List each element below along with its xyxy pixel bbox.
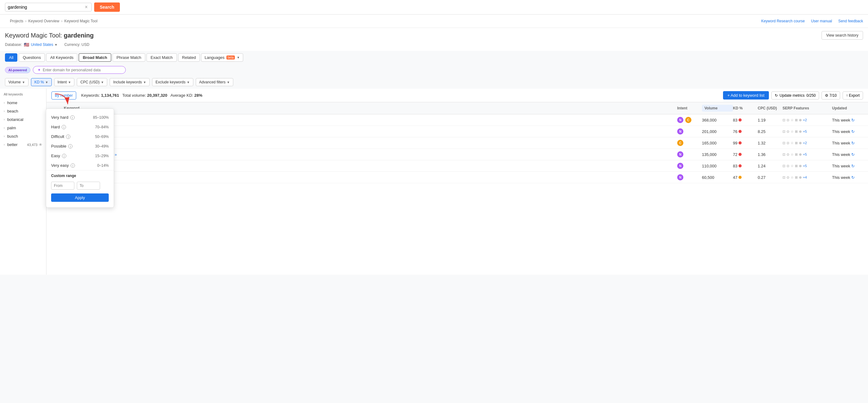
export-button[interactable]: ↑ Export	[843, 91, 863, 99]
top-bar: × Search	[0, 0, 868, 15]
settings-button[interactable]: ⚙ 7/10	[822, 91, 840, 99]
dropdown-item-possible[interactable]: Possible i 30–49%	[46, 141, 114, 151]
tabs-row: All Questions All Keywords Broad Match P…	[0, 51, 868, 64]
refresh-icon[interactable]: ↻	[851, 141, 855, 145]
sidebar-item-beach[interactable]: › beach	[0, 107, 46, 115]
keyword-link[interactable]: busch gardens williamsburg »	[64, 152, 677, 157]
dropdown-item-very-easy[interactable]: Very easy i 0–14%	[46, 161, 114, 170]
dropdown-item-very-hard[interactable]: Very hard i 85–100%	[46, 113, 114, 122]
kd-cell: 47	[733, 175, 758, 180]
main-area: All keywords › home › beach › botanical	[0, 89, 868, 275]
dropdown-item-difficult[interactable]: Difficult i 50–69%	[46, 132, 114, 141]
volume-cell: 368,000	[702, 118, 733, 122]
keyword-research-course-link[interactable]: Keyword Research course	[761, 19, 805, 23]
languages-tab[interactable]: Languages beta ▼	[201, 53, 243, 62]
cpc-cell: 1.19	[758, 118, 782, 122]
tab-all-keywords[interactable]: All Keywords	[46, 53, 78, 62]
filters-row: Volume ▼ KD % ▼ Intent ▼ CPC (USD) ▼ Inc…	[0, 76, 868, 89]
custom-range-header: Custom range	[46, 170, 114, 180]
database-selector[interactable]: United States ▼	[31, 42, 58, 47]
updated-cell: This week ↻	[832, 118, 863, 122]
table-row: ⊕ callaway gardens » N 60,500 47 0.27 ⊡⊙…	[46, 172, 868, 183]
intent-cell: C	[677, 140, 702, 146]
include-keywords-filter[interactable]: Include keywords ▼	[110, 78, 150, 86]
send-feedback-link[interactable]: Send feedback	[838, 19, 863, 23]
user-manual-link[interactable]: User manual	[811, 19, 832, 23]
sparkle-icon: ✦	[37, 67, 41, 72]
range-from-input[interactable]	[51, 182, 74, 190]
table-row: longwood gardens » N 201,000 76 8.25 ⊡⊙☆…	[46, 126, 868, 137]
table-header: Keyword Intent Volume KD % CPC (USD) SER…	[46, 102, 868, 114]
tab-questions[interactable]: Questions	[19, 53, 45, 62]
sidebar-expand-home: ›	[4, 101, 5, 105]
breadcrumb-keyword-overview[interactable]: Keyword Overview	[28, 19, 59, 23]
tab-all[interactable]: All	[5, 53, 17, 62]
tab-exact-match[interactable]: Exact Match	[147, 53, 177, 62]
kd-cell: 83	[733, 118, 758, 122]
table-row: busch gardens williamsburg » N 135,000 7…	[46, 149, 868, 160]
volume-cell: 201,000	[702, 129, 733, 134]
serp-cell: ⊡⊙☆⊞⊕ +5	[782, 129, 832, 134]
cpc-cell: 1.24	[758, 164, 782, 168]
tab-phrase-match[interactable]: Phrase Match	[113, 53, 145, 62]
refresh-icon[interactable]: ↻	[851, 118, 855, 122]
advanced-filters[interactable]: Advanced filters ▼	[196, 78, 233, 86]
eye-icon: 👁	[39, 143, 42, 147]
col-serp: SERP Features	[782, 106, 832, 110]
keyword-link[interactable]: busch gardens »	[64, 118, 677, 122]
volume-filter[interactable]: Volume ▼	[5, 78, 29, 86]
updated-cell: This week ↻	[832, 175, 863, 180]
by-number-button[interactable]: By number	[52, 91, 76, 99]
keyword-link[interactable]: callaway gardens »	[64, 175, 677, 180]
sidebar-item-botanical[interactable]: › botanical	[0, 115, 46, 124]
intent-cell: N	[677, 163, 702, 169]
tab-related[interactable]: Related	[178, 53, 200, 62]
dropdown-item-hard[interactable]: Hard i 70–84%	[46, 122, 114, 132]
keyword-link[interactable]: botanical gardens »	[64, 141, 677, 145]
cpc-cell: 1.32	[758, 141, 782, 145]
view-history-button[interactable]: View search history	[822, 31, 863, 40]
refresh-icon[interactable]: ↻	[851, 129, 855, 134]
range-to-input[interactable]	[77, 182, 100, 190]
ai-powered-badge: AI-powered	[5, 67, 30, 73]
sidebar-item-busch[interactable]: › busch	[0, 132, 46, 140]
dropdown-item-easy[interactable]: Easy i 15–29%	[46, 151, 114, 161]
keyword-link[interactable]: busch gardens tampa »	[64, 164, 677, 168]
intent-filter[interactable]: Intent ▼	[54, 78, 75, 86]
exclude-keywords-filter[interactable]: Exclude keywords ▼	[152, 78, 193, 86]
refresh-icon[interactable]: ↻	[851, 164, 855, 168]
clear-button[interactable]: ×	[84, 4, 89, 10]
update-metrics-button[interactable]: ↻ Update metrics 0/250	[771, 91, 819, 99]
cpc-cell: 1.36	[758, 152, 782, 157]
kd-filter[interactable]: KD % ▼	[31, 78, 52, 86]
refresh-icon[interactable]: ↻	[851, 175, 855, 180]
kd-cell: 76	[733, 129, 758, 134]
kd-cell: 83	[733, 164, 758, 168]
serp-cell: ⊡⊙☆⊞⊕ +5	[782, 164, 832, 168]
sidebar-item-palm[interactable]: › palm	[0, 124, 46, 132]
volume-cell: 110,000	[702, 164, 733, 168]
search-input[interactable]	[8, 5, 84, 9]
refresh-icon: ↻	[775, 93, 778, 98]
sidebar-item-better[interactable]: › better 43,473 👁	[0, 140, 46, 149]
info-icon: i	[62, 125, 66, 129]
ai-domain-input[interactable]	[43, 68, 121, 72]
tab-broad-match[interactable]: Broad Match	[79, 53, 111, 62]
breadcrumb-projects[interactable]: Projects	[10, 19, 23, 23]
sidebar-item-home[interactable]: › home	[0, 98, 46, 107]
add-to-keyword-list-button[interactable]: + Add to keyword list	[723, 91, 769, 99]
search-input-wrap: ×	[5, 3, 92, 11]
intent-badge-c: C	[685, 117, 691, 123]
custom-range-inputs	[46, 180, 114, 192]
refresh-icon[interactable]: ↻	[851, 152, 855, 157]
info-icon: i	[66, 135, 70, 139]
col-volume[interactable]: Volume	[702, 105, 733, 112]
apply-button[interactable]: Apply	[51, 194, 109, 202]
ai-row: AI-powered ✦	[0, 64, 868, 76]
col-intent: Intent	[677, 106, 702, 110]
info-icon: i	[71, 163, 75, 168]
cpc-filter[interactable]: CPC (USD) ▼	[77, 78, 107, 86]
intent-cell: N C	[677, 117, 702, 123]
search-button[interactable]: Search	[94, 2, 120, 12]
keyword-link[interactable]: longwood gardens »	[64, 129, 677, 134]
